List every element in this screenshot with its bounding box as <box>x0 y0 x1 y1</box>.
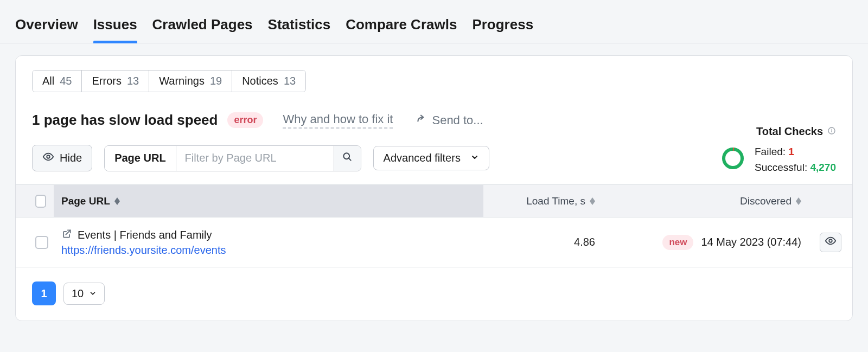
filter-notices[interactable]: Notices 13 <box>232 71 305 92</box>
svg-point-6 <box>724 149 742 168</box>
filter-warnings-count: 19 <box>210 75 222 87</box>
row-page-url-link[interactable]: https://friends.yoursite.com/events <box>61 244 476 257</box>
why-and-how-link[interactable]: Why and how to fix it <box>283 112 393 129</box>
row-checkbox[interactable] <box>35 236 48 249</box>
hide-label: Hide <box>60 152 82 164</box>
advanced-filters-label: Advanced filters <box>384 152 461 164</box>
url-filter-input[interactable] <box>176 146 334 171</box>
svg-point-14 <box>829 239 832 242</box>
svg-marker-10 <box>590 197 595 201</box>
tab-issues[interactable]: Issues <box>93 11 137 43</box>
tab-crawled-pages[interactable]: Crawled Pages <box>152 11 253 43</box>
pagination: 1 10 <box>32 281 836 305</box>
severity-badge: error <box>227 112 263 128</box>
th-page-url[interactable]: Page URL <box>54 185 483 217</box>
eye-icon <box>42 151 54 165</box>
results-table: Page URL Load Time, s Discovered <box>16 184 852 267</box>
svg-line-2 <box>349 158 351 161</box>
th-discovered[interactable]: Discovered <box>603 195 809 207</box>
th-load-time[interactable]: Load Time, s <box>483 195 603 207</box>
filter-row: Hide Page URL Advanced filters Total Che… <box>32 145 836 171</box>
svg-point-5 <box>831 129 832 130</box>
filter-warnings-label: Warnings <box>159 75 205 87</box>
url-filter-combo: Page URL <box>104 145 361 171</box>
url-filter-field-selector[interactable]: Page URL <box>105 146 176 171</box>
send-to-button[interactable]: Send to... <box>414 113 483 128</box>
eye-icon <box>825 235 837 249</box>
table-header: Page URL Load Time, s Discovered <box>16 185 852 217</box>
chevron-down-icon <box>470 152 479 164</box>
issues-panel: All 45 Errors 13 Warnings 19 Notices 13 … <box>15 55 853 321</box>
svg-point-0 <box>47 155 50 158</box>
th-discovered-label: Discovered <box>740 195 792 207</box>
select-all-checkbox[interactable] <box>35 195 46 208</box>
advanced-filters-button[interactable]: Advanced filters <box>373 146 489 170</box>
page-number-current[interactable]: 1 <box>32 281 56 305</box>
issue-title: 1 page has slow load speed <box>32 112 218 129</box>
sort-icon <box>590 197 595 205</box>
svg-marker-9 <box>114 201 120 205</box>
sort-icon <box>114 197 120 205</box>
successful-count: 4,270 <box>810 162 836 173</box>
issue-type-filter: All 45 Errors 13 Warnings 19 Notices 13 <box>32 70 306 92</box>
page-size-selector[interactable]: 10 <box>63 283 105 305</box>
search-icon <box>342 151 353 165</box>
info-icon[interactable] <box>827 125 836 138</box>
svg-marker-8 <box>114 197 120 201</box>
row-page-cell: Events | Friends and Family https://frie… <box>54 228 483 257</box>
hide-button[interactable]: Hide <box>32 145 92 171</box>
failed-label: Failed: <box>755 146 786 157</box>
sort-icon <box>796 197 801 205</box>
filter-all[interactable]: All 45 <box>33 71 82 92</box>
svg-marker-13 <box>796 201 801 205</box>
tab-overview[interactable]: Overview <box>15 11 78 43</box>
total-checks-title: Total Checks <box>756 125 823 138</box>
row-page-title: Events | Friends and Family <box>78 229 212 241</box>
page-size-value: 10 <box>72 287 84 300</box>
svg-marker-12 <box>796 197 801 201</box>
send-to-label: Send to... <box>432 113 483 127</box>
filter-notices-count: 13 <box>284 75 296 87</box>
row-discovered-date: 14 May 2023 (07:44) <box>701 236 801 248</box>
new-badge: new <box>662 235 693 250</box>
view-page-button[interactable] <box>820 233 841 252</box>
filter-errors-label: Errors <box>92 75 121 87</box>
row-discovered-cell: new 14 May 2023 (07:44) <box>603 235 809 250</box>
row-load-time: 4.86 <box>483 236 603 248</box>
failed-count: 1 <box>788 146 794 157</box>
filter-errors[interactable]: Errors 13 <box>82 71 149 92</box>
top-tabs: Overview Issues Crawled Pages Statistics… <box>0 0 868 43</box>
filter-warnings[interactable]: Warnings 19 <box>149 71 232 92</box>
th-page-url-label: Page URL <box>61 195 110 207</box>
row-actions-cell <box>809 233 852 252</box>
th-checkbox <box>16 195 54 208</box>
external-link-icon[interactable] <box>61 228 72 242</box>
chevron-down-icon <box>89 287 97 300</box>
successful-label: Successful: <box>755 162 807 173</box>
donut-chart-icon <box>721 146 745 173</box>
tab-statistics[interactable]: Statistics <box>268 11 331 43</box>
filter-notices-label: Notices <box>242 75 278 87</box>
filter-all-label: All <box>42 75 54 87</box>
table-row: Events | Friends and Family https://frie… <box>16 217 852 267</box>
url-filter-search-button[interactable] <box>334 146 361 171</box>
th-load-time-label: Load Time, s <box>526 195 585 207</box>
tab-compare-crawls[interactable]: Compare Crawls <box>346 11 457 43</box>
tab-progress[interactable]: Progress <box>472 11 533 43</box>
total-checks: Total Checks Failed: 1 <box>721 129 836 176</box>
total-checks-values: Failed: 1 Successful: 4,270 <box>755 144 836 176</box>
svg-marker-11 <box>590 201 595 205</box>
issue-heading-row: 1 page has slow load speed error Why and… <box>32 112 836 129</box>
share-arrow-icon <box>414 113 426 128</box>
filter-errors-count: 13 <box>127 75 139 87</box>
row-checkbox-cell <box>16 236 54 249</box>
filter-all-count: 45 <box>60 75 72 87</box>
